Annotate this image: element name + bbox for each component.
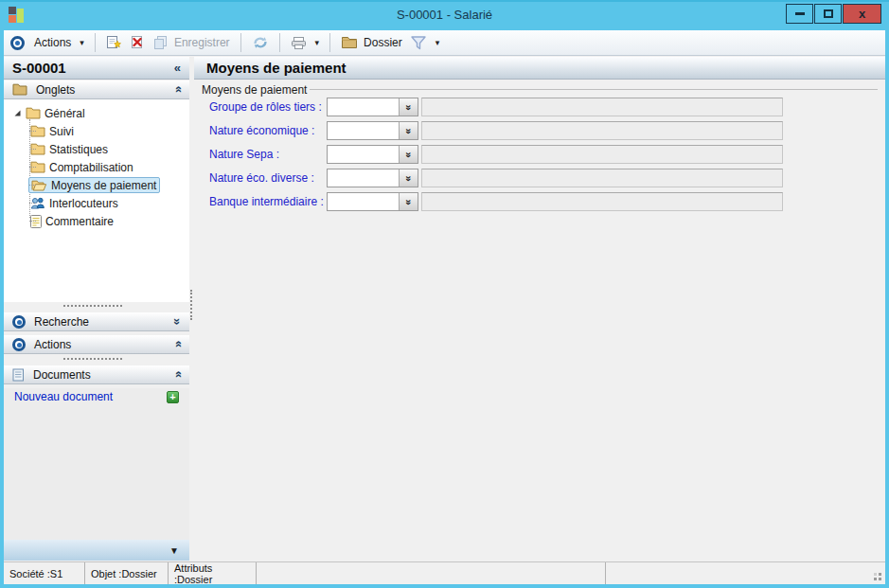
status-empty-panel [257,562,606,584]
status-attributs: Attributs :Dossier [169,562,257,584]
tree-expanded-icon[interactable] [13,109,22,117]
panel-header-onglets[interactable]: Onglets » [4,80,189,99]
nature-economique-input[interactable] [328,122,399,139]
sidebar: S-00001 « Onglets » Général [4,56,189,562]
field-label: Banque intermédiaire : [209,195,324,208]
tree-item-label: Suivi [49,125,74,138]
combo-dropdown-button[interactable]: » [399,193,418,210]
folder-closed-icon [30,143,45,155]
printer-icon [291,36,307,50]
main-panel: Moyens de paiement Moyens de paiement Gr… [194,56,885,562]
tree-item-moyens-de-paiement[interactable]: Moyens de paiement [4,176,189,194]
status-attributs-text: Attributs :Dossier [174,562,250,585]
double-chevron-down-icon: » [403,128,415,133]
dossier-button[interactable]: Dossier [337,34,406,51]
groupe-roles-tiers-display [421,98,783,116]
tree-item-label: Général [44,107,85,120]
nature-sepa-input[interactable] [328,146,399,163]
toolbar-separator [279,33,280,52]
maximize-icon [824,9,833,18]
print-button[interactable]: ▾ [287,34,324,52]
combo-dropdown-button[interactable]: » [399,169,418,187]
nature-economique-combo[interactable]: » [327,121,418,140]
nature-eco-diverse-input[interactable] [328,169,399,187]
tree-item-interlocuteurs[interactable]: Interlocuteurs [4,194,189,212]
chevron-down-icon: ▾ [315,38,320,47]
selected-tree-item[interactable]: Moyens de paiement [28,177,160,193]
chevron-up-icon: » [171,86,184,93]
toolbar-separator [329,33,330,52]
tree-item-statistiques[interactable]: Statistiques [4,140,189,158]
page-title-bar: Moyens de paiement [194,57,885,80]
combo-dropdown-button[interactable]: » [399,98,418,116]
panel-header-recherche[interactable]: Recherche » [4,312,189,331]
sidebar-header: S-00001 « [4,57,189,80]
tree-item-label: Comptabilisation [49,161,133,174]
panel-label-onglets: Onglets [36,83,75,97]
chevron-up-icon: » [171,341,184,347]
delete-button[interactable] [126,33,150,52]
panel-splitter-handle[interactable] [63,305,122,307]
tree-item-suivi[interactable]: Suivi [4,122,189,140]
panel-header-actions[interactable]: Actions » [4,335,189,354]
status-bar: Société :S1 Objet :Dossier Attributs :Do… [4,561,885,584]
combo-dropdown-button[interactable]: » [399,122,418,139]
dossier-label: Dossier [364,36,402,49]
banque-intermediaire-combo[interactable]: » [327,192,418,211]
chevron-down-icon: ▾ [436,38,440,47]
body-area: S-00001 « Onglets » Général [4,56,885,562]
save-label: Enregistrer [174,36,230,49]
nature-eco-diverse-display [421,169,783,187]
delete-icon [130,35,146,50]
combo-dropdown-button[interactable]: » [399,146,418,163]
onglets-tree: Général Suivi Statistiques [4,99,189,302]
banque-intermediaire-input[interactable] [328,193,399,210]
nature-sepa-combo[interactable]: » [327,145,418,164]
toolbar-separator [95,33,96,52]
field-label: Nature économique : [209,124,314,137]
collapse-sidebar-icon[interactable]: « [174,62,181,74]
resize-grip[interactable] [872,571,881,580]
actions-menu-button[interactable]: Actions ▾ [30,34,88,51]
chevron-down-icon: ▾ [80,38,84,47]
filter-button[interactable]: ▾ [406,33,444,52]
field-row-nature-economique: Nature économique : » [194,121,885,140]
maximize-button[interactable] [814,4,842,24]
actions-target-icon [10,36,25,50]
close-icon: x [859,8,865,20]
new-button[interactable] [102,33,126,52]
field-row-nature-sepa: Nature Sepa : » [194,145,885,164]
tree-children: Suivi Statistiques Comptabilisation [4,122,189,230]
double-chevron-down-icon: » [403,199,415,204]
folder-closed-icon [30,125,45,137]
panel-header-documents[interactable]: Documents » [4,365,189,384]
refresh-button[interactable] [248,33,273,52]
tree-item-label: Commentaire [45,215,114,228]
groupe-roles-tiers-input[interactable] [328,98,399,116]
tree-item-general[interactable]: Général [4,104,189,122]
groupbox-legend: Moyens de paiement [202,83,307,97]
close-button[interactable]: x [843,4,881,24]
toolbar-separator [240,33,241,52]
nature-sepa-display [421,145,783,164]
tree-item-label: Statistiques [49,143,108,156]
sidebar-scroll-bar[interactable]: ▼ [4,540,189,561]
sidebar-splitter-handle[interactable] [190,290,192,320]
groupe-roles-tiers-combo[interactable]: » [327,98,418,116]
panel-label-actions: Actions [34,338,71,351]
tree-item-label: Interlocuteurs [49,197,118,210]
add-document-button[interactable]: + [167,391,179,403]
panel-splitter-handle[interactable] [63,358,122,360]
app-window: S-00001 - Salarié x Actions ▾ [0,0,889,588]
tree-item-commentaire[interactable]: Commentaire [4,212,189,230]
banque-intermediaire-display [421,192,783,211]
new-document-link[interactable]: Nouveau document [14,390,113,403]
actions-target-icon [12,338,26,351]
minimize-button[interactable] [786,4,813,24]
nature-eco-diverse-combo[interactable]: » [327,169,418,187]
sidebar-filler [4,405,189,540]
tree-item-comptabilisation[interactable]: Comptabilisation [4,158,189,176]
documents-icon [12,368,25,382]
save-button[interactable]: Enregistrer [150,33,234,52]
scroll-down-icon: ▼ [169,545,179,556]
